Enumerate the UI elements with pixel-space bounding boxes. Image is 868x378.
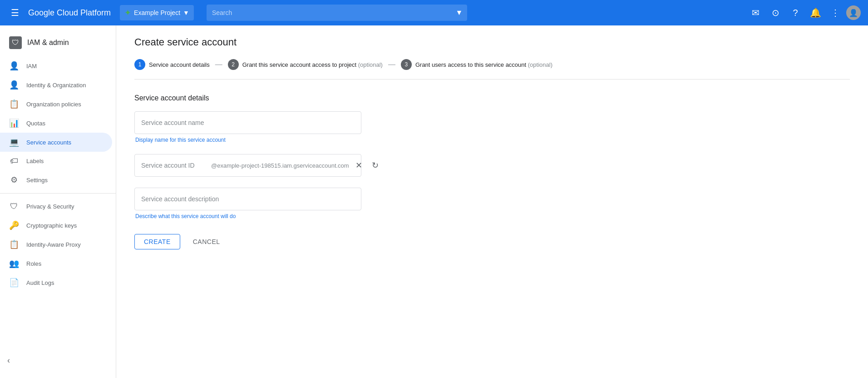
step-arrow-1: —	[215, 60, 222, 69]
service-accounts-icon: 💻	[9, 137, 19, 147]
sidebar-item-quotas[interactable]: 📊 Quotas	[0, 114, 112, 133]
sidebar: 🛡 IAM & admin 👤 IAM 👤 Identity & Organiz…	[0, 25, 116, 378]
step-1-label: Service account details	[149, 61, 210, 68]
description-input-field	[134, 188, 361, 210]
page-title: Create service account	[134, 36, 850, 48]
stepper: 1 Service account details — 2 Grant this…	[134, 59, 850, 80]
id-suffix: @example-project-198515.iam.gserviceacco…	[207, 162, 353, 169]
project-dot-icon: ✦	[124, 8, 131, 18]
sidebar-item-identity-proxy[interactable]: 📋 Identity-Aware Proxy	[0, 235, 112, 254]
help-icon[interactable]: ?	[786, 4, 804, 22]
sidebar-item-label: Cryptographic keys	[26, 222, 77, 229]
step-3-circle: 3	[401, 59, 412, 70]
form-button-row: CREATE CANCEL	[134, 234, 850, 249]
service-account-id-input[interactable]	[135, 154, 207, 176]
sidebar-item-org-policies[interactable]: 📋 Organization policies	[0, 94, 112, 114]
sidebar-item-label: Audit Logs	[26, 279, 54, 286]
step-2-label: Grant this service account access to pro…	[242, 61, 383, 68]
search-bar: ▼	[207, 5, 468, 21]
id-input-actions: ✕ ↻	[353, 159, 385, 172]
step-3-label: Grant users access to this service accou…	[415, 61, 552, 68]
sidebar-collapse-button[interactable]: ‹	[0, 350, 17, 371]
sidebar-title: IAM & admin	[27, 39, 69, 47]
sidebar-item-labels[interactable]: 🏷 Labels	[0, 152, 112, 170]
refresh-icon[interactable]: ↻	[369, 159, 382, 172]
sidebar-item-audit-logs[interactable]: 📄 Audit Logs	[0, 273, 112, 292]
step-1-circle: 1	[134, 59, 145, 70]
iam-icon: 👤	[9, 61, 19, 71]
app-logo: Google Cloud Platform	[28, 8, 111, 18]
top-nav: ☰ Google Cloud Platform ✦ Example Projec…	[0, 0, 868, 25]
sidebar-item-label: Quotas	[26, 120, 45, 127]
identity-org-icon: 👤	[9, 80, 19, 90]
description-field-hint: Describe what this service account will …	[134, 213, 850, 219]
sidebar-item-label: Roles	[26, 260, 41, 267]
sidebar-item-label: Identity-Aware Proxy	[26, 241, 81, 248]
cancel-button[interactable]: CANCEL	[184, 234, 229, 249]
name-input-field	[134, 111, 361, 134]
sidebar-item-label: Identity & Organization	[26, 82, 86, 89]
page-layout: 🛡 IAM & admin 👤 IAM 👤 Identity & Organiz…	[0, 25, 868, 378]
cloud-icon[interactable]: ⊙	[766, 4, 784, 22]
sidebar-item-label: IAM	[26, 63, 37, 70]
step-arrow-2: —	[388, 60, 395, 69]
audit-logs-icon: 📄	[9, 278, 19, 288]
more-options-icon[interactable]: ⋮	[826, 4, 844, 22]
nav-action-icons: ✉ ⊙ ? 🔔 ⋮ 👤	[746, 4, 861, 22]
project-chevron-icon: ▼	[183, 9, 189, 16]
collapse-icon: ‹	[7, 356, 10, 365]
step-2-circle: 2	[228, 59, 239, 70]
step-3-optional: (optional)	[528, 61, 552, 68]
avatar[interactable]: 👤	[846, 5, 861, 20]
step-3: 3 Grant users access to this service acc…	[401, 59, 552, 70]
sidebar-item-service-accounts[interactable]: 💻 Service accounts	[0, 133, 112, 152]
sidebar-item-label: Organization policies	[26, 101, 81, 108]
settings-icon: ⚙	[9, 175, 19, 185]
id-input-field: @example-project-198515.iam.gserviceacco…	[134, 154, 361, 177]
service-account-description-input[interactable]	[135, 188, 361, 210]
sidebar-item-label: Labels	[26, 158, 44, 164]
sidebar-divider	[0, 193, 116, 194]
sidebar-item-identity-org[interactable]: 👤 Identity & Organization	[0, 75, 112, 94]
step-1: 1 Service account details	[134, 59, 210, 70]
hamburger-menu-icon[interactable]: ☰	[7, 4, 23, 22]
project-name: Example Project	[134, 9, 180, 16]
form-section-title: Service account details	[134, 94, 850, 102]
iam-admin-icon: 🛡	[9, 36, 22, 49]
sidebar-item-settings[interactable]: ⚙ Settings	[0, 170, 112, 189]
id-form-group: @example-project-198515.iam.gserviceacco…	[134, 154, 850, 177]
sidebar-item-label: Service accounts	[26, 139, 71, 146]
step-2-optional: (optional)	[358, 61, 383, 68]
service-account-name-input[interactable]	[135, 112, 361, 134]
sidebar-item-label: Settings	[26, 177, 48, 184]
quotas-icon: 📊	[9, 118, 19, 128]
project-selector[interactable]: ✦ Example Project ▼	[120, 5, 194, 20]
org-policies-icon: 📋	[9, 99, 19, 109]
search-dropdown-icon[interactable]: ▼	[456, 9, 463, 17]
labels-icon: 🏷	[9, 156, 19, 166]
main-content: Create service account 1 Service account…	[116, 25, 868, 378]
privacy-security-icon: 🛡	[9, 202, 19, 211]
create-button[interactable]: CREATE	[134, 234, 180, 249]
crypto-keys-icon: 🔑	[9, 220, 19, 230]
search-input[interactable]	[207, 5, 468, 21]
sidebar-header: 🛡 IAM & admin	[0, 29, 116, 56]
name-form-group: Display name for this service account	[134, 111, 850, 143]
roles-icon: 👥	[9, 259, 19, 269]
clear-icon[interactable]: ✕	[353, 159, 365, 172]
name-field-hint: Display name for this service account	[134, 137, 850, 143]
sidebar-item-crypto-keys[interactable]: 🔑 Cryptographic keys	[0, 216, 112, 235]
email-icon[interactable]: ✉	[746, 4, 764, 22]
sidebar-item-roles[interactable]: 👥 Roles	[0, 254, 112, 273]
identity-proxy-icon: 📋	[9, 239, 19, 249]
sidebar-item-privacy-security[interactable]: 🛡 Privacy & Security	[0, 197, 112, 216]
description-form-group: Describe what this service account will …	[134, 188, 850, 219]
sidebar-item-label: Privacy & Security	[26, 203, 74, 210]
notification-icon[interactable]: 🔔	[806, 4, 824, 22]
sidebar-item-iam[interactable]: 👤 IAM	[0, 56, 112, 75]
step-2: 2 Grant this service account access to p…	[228, 59, 383, 70]
